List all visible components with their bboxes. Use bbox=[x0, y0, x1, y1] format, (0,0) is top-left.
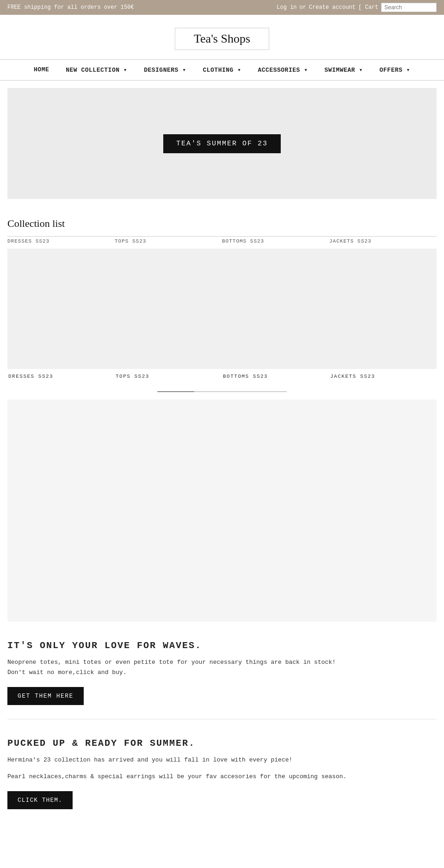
nav-item-designers[interactable]: DESIGNERS ▾ bbox=[136, 64, 194, 75]
scroll-bar bbox=[157, 391, 287, 392]
nav-item-swimwear[interactable]: SWIMWEAR ▾ bbox=[316, 64, 371, 75]
collection-title: Collection list bbox=[7, 218, 437, 230]
hero-button[interactable]: TEA'S SUMMER OF 23 bbox=[163, 134, 281, 153]
collection-name-tops: TOPS SS23 bbox=[115, 374, 149, 387]
hero-banner: TEA'S SUMMER OF 23 bbox=[7, 88, 437, 199]
waves-text: Neoprene totes, mini totes or even petit… bbox=[7, 657, 437, 678]
nav-item-new-collection[interactable]: NEW COLLECTION ▾ bbox=[57, 64, 136, 75]
collection-image-jackets bbox=[329, 249, 437, 369]
collection-item-jackets[interactable]: JACKETS SS23 bbox=[329, 249, 437, 387]
collection-label-bottoms: BOTTOMS SS23 bbox=[222, 236, 329, 244]
collection-label-tops: TOPS SS23 bbox=[115, 236, 222, 244]
collection-name-jackets: JACKETS SS23 bbox=[329, 374, 375, 387]
pucked-title: PUCKED UP & READY FOR SUMMER. bbox=[7, 738, 437, 749]
nav-item-clothing[interactable]: CLOTHING ▾ bbox=[194, 64, 249, 75]
nav-item-home[interactable]: HOME bbox=[25, 64, 57, 75]
cart-label[interactable]: [ Cart bbox=[358, 4, 378, 11]
collection-label-jackets: JACKETS SS23 bbox=[329, 236, 437, 244]
click-them-button[interactable]: CLICK THEM. bbox=[7, 791, 73, 809]
collection-name-dresses: DRESSES SS23 bbox=[7, 374, 53, 387]
search-input[interactable] bbox=[381, 3, 437, 12]
nav-item-accessories[interactable]: ACCESSORIES ▾ bbox=[250, 64, 316, 75]
collection-image-dresses bbox=[7, 249, 115, 369]
pucked-text2: Pearl necklaces,charms & special earring… bbox=[7, 772, 437, 782]
collection-label-dresses: DRESSES SS23 bbox=[7, 236, 115, 244]
collection-item-tops[interactable]: TOPS SS23 bbox=[115, 249, 222, 387]
collection-labels: DRESSES SS23 TOPS SS23 BOTTOMS SS23 JACK… bbox=[7, 236, 437, 244]
scroll-indicator bbox=[0, 387, 444, 400]
shipping-text: FREE shipping for all orders over 150€ bbox=[7, 4, 134, 11]
get-them-button[interactable]: GET THEM HERE bbox=[7, 687, 84, 705]
big-image-section bbox=[7, 400, 437, 622]
scroll-bar-thumb bbox=[157, 391, 194, 392]
top-bar-right: Log in or Create account [ Cart bbox=[277, 3, 437, 12]
collection-item-bottoms[interactable]: BOTTOMS SS23 bbox=[222, 249, 329, 387]
create-account-link[interactable]: Create account bbox=[309, 4, 356, 11]
collection-image-bottoms bbox=[222, 249, 329, 369]
collection-section: Collection list DRESSES SS23 TOPS SS23 B… bbox=[0, 206, 444, 249]
collection-item-dresses[interactable]: DRESSES SS23 bbox=[7, 249, 115, 387]
logo-text[interactable]: Tea's Shops bbox=[175, 28, 269, 50]
collection-grid: DRESSES SS23 TOPS SS23 BOTTOMS SS23 JACK… bbox=[0, 249, 444, 387]
collection-image-tops bbox=[115, 249, 222, 369]
waves-title: IT'S ONLY YOUR LOVE FOR WAVES. bbox=[7, 640, 437, 651]
or-text: or bbox=[300, 4, 306, 11]
waves-section: IT'S ONLY YOUR LOVE FOR WAVES. Neoprene … bbox=[0, 622, 444, 719]
collection-name-bottoms: BOTTOMS SS23 bbox=[222, 374, 268, 387]
top-bar: FREE shipping for all orders over 150€ L… bbox=[0, 0, 444, 15]
logo-area: Tea's Shops bbox=[0, 15, 444, 59]
pucked-section: PUCKED UP & READY FOR SUMMER. Hermina's … bbox=[0, 719, 444, 823]
nav: HOME NEW COLLECTION ▾ DESIGNERS ▾ CLOTHI… bbox=[0, 59, 444, 81]
pucked-text1: Hermina's 23 collection has arrived and … bbox=[7, 755, 437, 765]
login-link[interactable]: Log in bbox=[277, 4, 296, 11]
nav-item-offers[interactable]: OFFERS ▾ bbox=[371, 64, 419, 75]
